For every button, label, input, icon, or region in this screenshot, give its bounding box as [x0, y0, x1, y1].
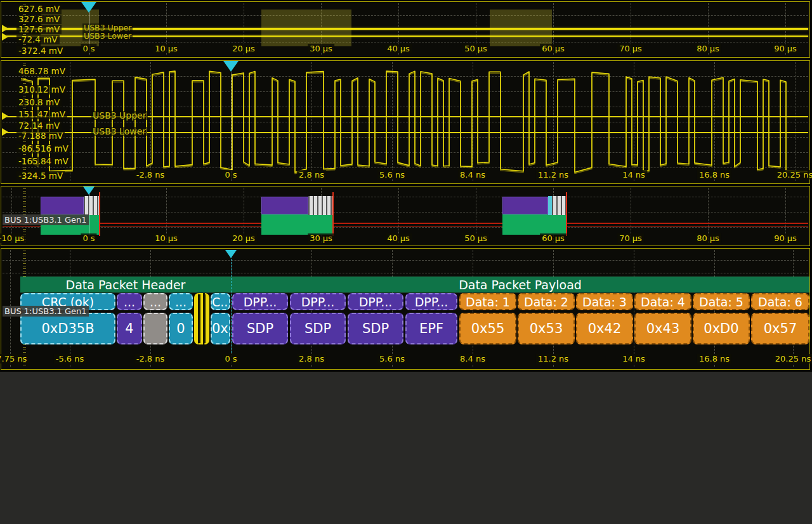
time-tick-label: 2.8 ns: [297, 354, 326, 364]
usb3-lower-label: USB3 Lower: [82, 32, 133, 41]
grid-hline: [3, 273, 808, 273]
time-tick-label: 0 s: [81, 233, 96, 243]
voltage-label: 230.8 mV: [16, 98, 62, 107]
bus-frame-block-purple: [41, 197, 84, 214]
decode-cell-label: DPP...: [405, 293, 457, 310]
voltage-label: -72.4 mV: [16, 35, 60, 44]
bus-label: BUS 1:USB3.1 Gen1: [3, 214, 89, 225]
time-tick-label: 14 ns: [620, 170, 647, 180]
time-tick-label: 11.2 ns: [536, 354, 570, 364]
time-tick-label: 0 s: [223, 354, 239, 364]
time-tick-label: 16.8 ns: [697, 170, 731, 180]
bus-idle-rail: [3, 223, 808, 227]
decode-cell-value: 0x5: [211, 313, 230, 344]
time-tick-label: -2.8 ns: [134, 354, 167, 364]
voltage-label: 327.6 mV: [16, 15, 62, 24]
trigger-line: [231, 259, 232, 353]
grid-hline: [3, 260, 808, 261]
trigger-marker[interactable]: [225, 250, 237, 258]
decode-cell-label: Data: 6: [751, 293, 809, 310]
decode-cell-label: DPP...: [232, 293, 288, 310]
time-tick-label: 10 µs: [153, 44, 180, 53]
voltage-label: 72.14 mV: [16, 121, 62, 131]
usb3-lower-label: USB3 Lower: [91, 127, 147, 136]
decode-cell-value: 0: [169, 313, 193, 344]
time-tick-label: 80 µs: [695, 44, 721, 53]
decode-cell-value: 0xD0: [693, 313, 750, 344]
time-tick-label: 30 µs: [308, 44, 334, 53]
decode-cell-value: SDP: [290, 313, 346, 344]
time-tick-label: -7.75 ns: [0, 354, 29, 364]
voltage-label: -7.188 mV: [16, 131, 65, 141]
decode-cell-label: Data: 4: [634, 293, 691, 310]
trigger-marker[interactable]: [223, 61, 239, 72]
time-tick-label: 70 µs: [617, 233, 644, 243]
decode-cell-label: Data: 5: [693, 293, 750, 310]
time-tick-label: 90 µs: [772, 233, 799, 243]
time-tick-label: 30 µs: [308, 233, 334, 243]
decode-cell-value: EPF: [405, 313, 457, 344]
time-tick-label: 60 µs: [540, 44, 566, 53]
time-tick-label: 90 µs: [772, 44, 799, 53]
time-tick-label: -10 µs: [0, 233, 26, 243]
trigger-marker[interactable]: [83, 187, 95, 195]
grid-hline: [3, 197, 808, 197]
time-tick-label: 20.25 ns: [773, 354, 812, 364]
time-tick-label: 50 µs: [462, 44, 489, 53]
voltage-label: 468.78 mV: [16, 67, 67, 76]
decode-cell-label: ...: [169, 293, 193, 310]
channel-marker-lower-icon: [2, 128, 8, 136]
decode-cell-label: DPP...: [348, 293, 403, 310]
time-tick-label: -5.6 ns: [54, 354, 86, 364]
time-tick-label: 80 µs: [695, 233, 721, 243]
voltage-label: 151.47 mV: [16, 110, 67, 119]
decode-cell-value: 4: [117, 313, 142, 344]
channel-marker-lower-icon: [2, 33, 8, 41]
grid-hline: [3, 227, 808, 228]
time-tick-label: 20 µs: [230, 44, 257, 53]
decode-cell-value: [143, 313, 167, 344]
decode-cell-label: ...: [143, 293, 167, 310]
trigger-marker[interactable]: [81, 2, 96, 13]
diagram-bus-overview[interactable]: BUS 1:USB3.1 Gen1 -10 µs0 s10 µs20 µs30 …: [1, 186, 810, 246]
time-tick-label: 11.2 ns: [536, 170, 570, 180]
usb3-waveform: [2, 62, 809, 182]
decode-cell-value: 0x43: [634, 313, 691, 344]
time-tick-label: 16.8 ns: [697, 354, 731, 364]
bus-frame-end-marker: [99, 192, 100, 236]
time-tick-label: 5.6 ns: [377, 354, 407, 364]
bus-frame-block-white: [552, 196, 566, 215]
decode-cell-value: 0x55: [459, 313, 516, 344]
decode-cell-label: C...: [211, 293, 230, 310]
channel-marker-upper-icon: [2, 112, 8, 120]
grid-hline: [3, 212, 808, 213]
bus-frame-block-green: [502, 214, 566, 235]
voltage-label: 127.6 mV: [16, 25, 62, 34]
data-packet-header-band: Data Packet Header: [20, 277, 231, 292]
time-tick-label: 8.4 ns: [458, 170, 487, 180]
time-tick-label: 70 µs: [617, 44, 644, 53]
decode-cell-value: SDP: [232, 313, 288, 344]
time-tick-label: 40 µs: [385, 233, 412, 243]
decode-cell-label: DPP...: [290, 293, 346, 310]
usb3-upper-label: USB3 Upper: [91, 111, 148, 120]
oscilloscope-screen: USB3 Upper USB3 Lower 627.6 mV327.6 mV12…: [0, 0, 812, 524]
diagram-zoom-waveform[interactable]: USB3 Upper USB3 Lower 468.78 mV310.12 mV…: [1, 60, 810, 184]
time-tick-label: 8.4 ns: [458, 354, 487, 364]
trigger-line: [89, 193, 89, 235]
decode-cell-label: Data: 2: [518, 293, 575, 310]
decode-cell-value: 0xD35B: [20, 313, 115, 344]
bus-frame-block-white: [308, 196, 332, 215]
diagram-decode-detail[interactable]: Data Packet Header Data Packet Payload C…: [1, 248, 810, 370]
time-tick-label: 14 ns: [620, 354, 647, 364]
decode-cell-value: 0x42: [576, 313, 633, 344]
time-tick-label: 5.6 ns: [377, 170, 407, 180]
diagram-full-acquisition[interactable]: USB3 Upper USB3 Lower 627.6 mV327.6 mV12…: [1, 1, 810, 58]
bus-frame-block-purple: [261, 197, 308, 214]
decode-cell-label: ...: [117, 293, 142, 310]
time-tick-label: -2.8 ns: [134, 170, 167, 180]
time-tick-label: 0 s: [81, 44, 96, 53]
voltage-label: -86.516 mV: [16, 144, 70, 154]
data-packet-payload-band: Data Packet Payload: [231, 277, 809, 292]
voltage-label: 310.12 mV: [16, 85, 67, 95]
